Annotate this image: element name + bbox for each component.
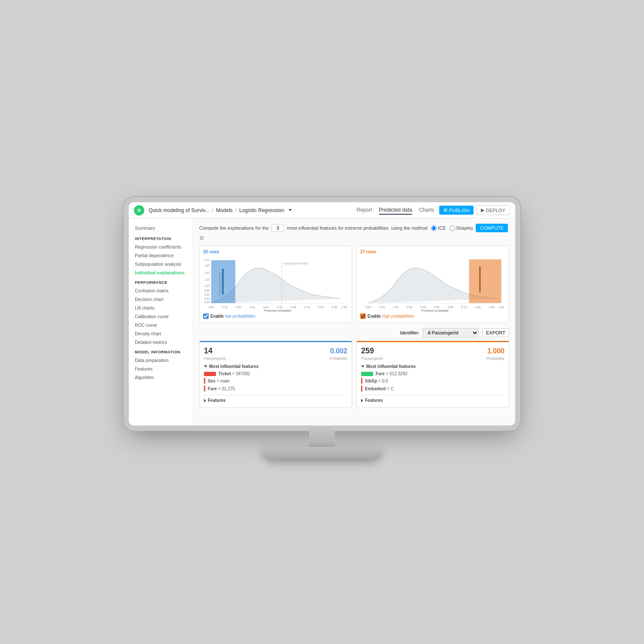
high-prob-label: Enable high probabilities bbox=[368, 314, 414, 319]
charts-row: 20 rows bbox=[199, 246, 509, 323]
monitor-stand-base bbox=[262, 447, 382, 459]
pred-left-labels: PassengerId Probability bbox=[204, 356, 347, 364]
svg-text:1.71: 1.71 bbox=[204, 258, 210, 261]
sidebar-item-calibration-curve[interactable]: Calibration curve bbox=[129, 312, 193, 321]
prediction-row: 14 0.002 PassengerId Probability Most in… bbox=[199, 341, 509, 407]
svg-rect-28 bbox=[479, 267, 481, 292]
pred-right-prob-label: Probability bbox=[486, 356, 504, 361]
sidebar-item-algorithm[interactable]: Algorithm bbox=[129, 373, 193, 382]
sidebar-item-roc-curve[interactable]: ROC curve bbox=[129, 321, 193, 329]
method-radio-group: ICE Shapley bbox=[431, 225, 473, 231]
sidebar-item-detailed-metrics[interactable]: Detailed metrics bbox=[129, 338, 193, 346]
pred-right-labels: PassengerId Probability bbox=[361, 356, 504, 364]
chart-panel-right: 27 rows bbox=[356, 246, 509, 323]
sidebar-item-lift-charts[interactable]: Lift charts bbox=[129, 304, 193, 312]
breadcrumb-section[interactable]: Models bbox=[216, 207, 233, 213]
svg-text:0.70: 0.70 bbox=[304, 306, 310, 309]
svg-text:0.60: 0.60 bbox=[291, 306, 296, 309]
radio-ice[interactable]: ICE bbox=[431, 225, 446, 231]
publish-icon: ⊞ bbox=[444, 207, 447, 213]
identifier-select[interactable]: A PassengerId bbox=[423, 328, 479, 337]
pred-right-features-title: Most influential features bbox=[361, 364, 504, 369]
pred-right-id-label: PassengerId bbox=[361, 356, 383, 361]
feature-bar-line-4 bbox=[361, 386, 362, 392]
model-dropdown-arrow[interactable] bbox=[289, 209, 292, 211]
content-area: Compute the explanations for the most in… bbox=[193, 219, 515, 425]
svg-text:0.40: 0.40 bbox=[204, 297, 210, 300]
app-logo bbox=[134, 205, 144, 216]
pred-right-footer: Features bbox=[361, 395, 504, 403]
svg-text:0.10: 0.10 bbox=[222, 306, 228, 309]
sidebar-section-performance: PERFORMANCE bbox=[129, 277, 193, 286]
svg-text:0.90: 0.90 bbox=[332, 306, 337, 309]
radio-shapley[interactable]: Shapley bbox=[450, 225, 474, 231]
breadcrumb-project[interactable]: Quick modeling of Surviv... bbox=[149, 207, 210, 213]
feature-bar-green bbox=[361, 372, 373, 376]
chart-right-rows-label: 27 rows bbox=[360, 249, 505, 254]
svg-text:Average probability: Average probability bbox=[284, 262, 308, 265]
tab-report[interactable]: Report bbox=[357, 206, 372, 215]
chart-right-svg: 0.00 0.10 0.20 0.30 0.40 0.50 0.60 0.70 … bbox=[360, 256, 505, 312]
tab-charts[interactable]: Charts bbox=[419, 206, 434, 215]
pred-left-prob: 0.002 bbox=[330, 347, 347, 355]
sidebar-item-decision-chart[interactable]: Decision chart bbox=[129, 295, 193, 304]
compute-button[interactable]: COMPUTE bbox=[476, 224, 508, 232]
high-prob-checkbox[interactable] bbox=[360, 313, 366, 319]
sidebar-item-regression-coefficients[interactable]: Regression coefficients bbox=[129, 243, 193, 251]
low-prob-checkbox[interactable] bbox=[203, 313, 209, 319]
svg-text:0.90: 0.90 bbox=[489, 306, 495, 309]
feature-bar-line-2 bbox=[204, 386, 205, 392]
main-layout: Summary INTERPRETATION Regression coeffi… bbox=[129, 219, 515, 425]
deploy-button[interactable]: ▶ DEPLOY bbox=[476, 205, 510, 215]
chart-left-checkbox-row: Enable low probabilities bbox=[203, 313, 348, 319]
svg-text:0.70: 0.70 bbox=[462, 306, 467, 309]
chevron-right-icon-right bbox=[361, 399, 363, 402]
sidebar-item-subpopulation-analysis[interactable]: Subpopulation analysis bbox=[129, 260, 193, 268]
sidebar: Summary INTERPRETATION Regression coeffi… bbox=[129, 219, 193, 425]
identifier-row: Identifier: A PassengerId EXPORT bbox=[199, 328, 509, 337]
feature-bar-line-3 bbox=[361, 378, 362, 384]
low-prob-label: Enable low probabilities bbox=[210, 314, 255, 319]
feature-right-1: Fare = 512.3292 bbox=[361, 371, 504, 376]
pred-left-id: 14 bbox=[204, 346, 213, 355]
sidebar-item-summary[interactable]: Summary bbox=[129, 223, 193, 233]
y-axis-label-left: Probability density bbox=[218, 267, 221, 301]
tab-predicted-data[interactable]: Predicted data bbox=[379, 206, 412, 215]
svg-text:0.80: 0.80 bbox=[318, 306, 324, 309]
monitor-screen: Quick modeling of Surviv... / Models / L… bbox=[129, 202, 515, 425]
pred-right-prob: 1.000 bbox=[487, 347, 504, 355]
pred-left-prob-label: Probability bbox=[329, 356, 347, 361]
sidebar-item-data-preparation[interactable]: Data preparation bbox=[129, 356, 193, 365]
publish-button[interactable]: ⊞ PUBLISH bbox=[439, 206, 474, 215]
pred-left-features-title: Most influential features bbox=[204, 364, 347, 369]
chart-left-svg: 0.00 0.10 0.20 0.30 0.40 0.50 0.60 0.70 … bbox=[203, 256, 348, 312]
sidebar-item-features[interactable]: Features bbox=[129, 365, 193, 373]
compute-bar: Compute the explanations for the most in… bbox=[199, 224, 509, 241]
sidebar-item-partial-dependence[interactable]: Partial dependence bbox=[129, 251, 193, 260]
top-nav: Quick modeling of Surviv... / Models / L… bbox=[129, 202, 515, 219]
chevron-down-icon-right bbox=[361, 365, 365, 368]
svg-text:1.20: 1.20 bbox=[204, 278, 210, 281]
feature-bar-line-1 bbox=[204, 378, 205, 384]
svg-text:0.20: 0.20 bbox=[236, 306, 241, 309]
feature-right-3: Embarked = C bbox=[361, 386, 504, 392]
monitor-wrapper: Quick modeling of Surviv... / Models / L… bbox=[129, 202, 515, 459]
breadcrumb-model[interactable]: Logistic Regression bbox=[239, 207, 284, 213]
svg-text:1.00: 1.00 bbox=[341, 306, 347, 309]
chart-right-checkbox-row: Enable high probabilities bbox=[360, 313, 505, 319]
feature-left-2: Sex = male bbox=[204, 378, 347, 384]
sidebar-item-confusion-matrix[interactable]: Confusion matrix bbox=[129, 286, 193, 295]
n-features-input[interactable] bbox=[271, 224, 284, 232]
svg-text:0.30: 0.30 bbox=[407, 306, 412, 309]
svg-text:Predicted probability: Predicted probability bbox=[264, 309, 292, 312]
export-button[interactable]: EXPORT bbox=[482, 328, 509, 337]
svg-text:0.80: 0.80 bbox=[475, 306, 481, 309]
compute-prefix: Compute the explanations for the bbox=[199, 225, 269, 231]
chevron-right-icon bbox=[204, 399, 206, 402]
sidebar-item-density-chart[interactable]: Density chart bbox=[129, 329, 193, 338]
gear-icon[interactable]: ⚙ bbox=[199, 235, 204, 241]
svg-text:0.80: 0.80 bbox=[204, 289, 210, 292]
sidebar-item-individual-explanations[interactable]: Individual explanations bbox=[129, 268, 193, 277]
svg-rect-2 bbox=[222, 269, 224, 295]
svg-text:0.60: 0.60 bbox=[204, 293, 210, 296]
